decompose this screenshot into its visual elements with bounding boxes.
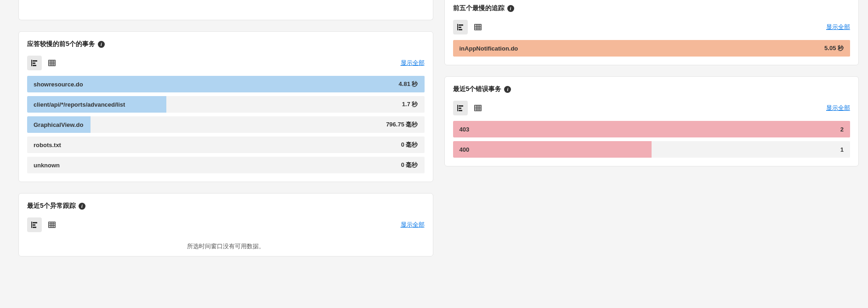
card-toolbar: 显示全部	[27, 56, 425, 70]
bar-label: showresource.do	[27, 81, 399, 88]
info-icon[interactable]: i	[504, 86, 511, 93]
bar-label: client/api/*/reports/advanced/list	[27, 101, 402, 108]
chart-type-toggle	[27, 56, 59, 70]
bar-label: robots.txt	[27, 142, 401, 148]
bar-value: 0 毫秒	[401, 141, 425, 149]
bar-chart-icon[interactable]	[27, 217, 42, 232]
show-all-link[interactable]: 显示全部	[401, 221, 425, 229]
card-toolbar: 显示全部	[453, 101, 851, 115]
svg-rect-9	[31, 222, 32, 228]
bar-value: 1.7 秒	[402, 100, 425, 108]
svg-rect-21	[459, 29, 462, 30]
table-icon[interactable]	[45, 56, 59, 70]
bar-row[interactable]: unknown 0 毫秒	[27, 157, 425, 173]
card-toolbar: 显示全部	[27, 217, 425, 232]
svg-rect-18	[457, 24, 458, 30]
bar-row[interactable]: showresource.do 4.81 秒	[27, 76, 425, 92]
svg-rect-1	[33, 60, 37, 62]
info-icon[interactable]: i	[98, 41, 105, 48]
svg-rect-0	[31, 60, 32, 66]
svg-rect-29	[459, 108, 461, 109]
card-header: 最近5个异常跟踪 i	[27, 202, 425, 210]
bar-row[interactable]: client/api/*/reports/advanced/list 1.7 秒	[27, 96, 425, 113]
bar-value: 0 毫秒	[401, 161, 425, 169]
bar-list: 403 2 400 1	[453, 121, 851, 158]
svg-rect-4	[49, 60, 55, 66]
recent-exception-traces-card: 最近5个异常跟踪 i 显示全部 所选时间窗口没有可用数据。	[18, 193, 433, 257]
svg-rect-13	[49, 222, 55, 228]
bar-list: inAppNotification.do 5.05 秒	[453, 40, 851, 57]
bar-list: showresource.do 4.81 秒 client/api/*/repo…	[27, 76, 425, 173]
bar-chart-icon[interactable]	[453, 20, 468, 34]
card-header: 应答较慢的前5个的事务 i	[27, 40, 425, 48]
bar-row[interactable]: robots.txt 0 毫秒	[27, 137, 425, 153]
card-title: 最近5个异常跟踪	[27, 202, 76, 210]
svg-rect-11	[33, 224, 35, 226]
svg-rect-10	[33, 222, 37, 223]
svg-rect-31	[475, 105, 481, 111]
bar-label: 400	[453, 146, 840, 153]
bar-value: 4.81 秒	[399, 80, 425, 88]
svg-rect-19	[459, 24, 463, 26]
svg-rect-2	[33, 63, 35, 64]
show-all-link[interactable]: 显示全部	[826, 23, 850, 31]
card-title: 前五个最慢的追踪	[453, 4, 505, 12]
recent-error-transactions-card: 最近5个错误事务 i 显示全部 403 2	[444, 76, 859, 166]
svg-rect-27	[457, 105, 458, 111]
bar-value: 2	[840, 126, 850, 133]
svg-rect-28	[459, 105, 463, 107]
previous-card-bottom	[18, 0, 433, 20]
svg-rect-12	[33, 227, 36, 228]
info-icon[interactable]: i	[79, 203, 85, 210]
svg-rect-20	[459, 27, 461, 28]
bar-chart-icon[interactable]	[453, 101, 468, 115]
bar-value: 1	[840, 146, 850, 153]
svg-rect-22	[475, 24, 481, 30]
slow-transactions-card: 应答较慢的前5个的事务 i 显示全部 showresource.do	[18, 31, 433, 182]
bar-value: 5.05 秒	[824, 44, 850, 52]
bar-value: 796.75 毫秒	[386, 120, 424, 129]
bar-label: GraphicalView.do	[27, 121, 386, 128]
bar-label: unknown	[27, 162, 401, 169]
bar-row[interactable]: GraphicalView.do 796.75 毫秒	[27, 116, 425, 133]
table-icon[interactable]	[471, 101, 485, 115]
card-title: 最近5个错误事务	[453, 85, 502, 93]
card-toolbar: 显示全部	[453, 20, 851, 34]
chart-type-toggle	[453, 101, 485, 115]
show-all-link[interactable]: 显示全部	[401, 59, 425, 67]
show-all-link[interactable]: 显示全部	[826, 104, 850, 112]
card-title: 应答较慢的前5个的事务	[27, 40, 95, 48]
svg-rect-30	[459, 110, 462, 111]
chart-type-toggle	[453, 20, 485, 34]
bar-chart-icon[interactable]	[27, 56, 42, 70]
info-icon[interactable]: i	[507, 5, 514, 12]
svg-rect-3	[33, 65, 36, 66]
bar-row[interactable]: 403 2	[453, 121, 851, 137]
bar-row[interactable]: 400 1	[453, 141, 851, 158]
bar-row[interactable]: inAppNotification.do 5.05 秒	[453, 40, 851, 57]
slowest-traces-card: 前五个最慢的追踪 i 显示全部 inAppNotification.do	[444, 0, 859, 65]
empty-message: 所选时间窗口没有可用数据。	[27, 238, 425, 252]
bar-label: inAppNotification.do	[453, 45, 825, 52]
chart-type-toggle	[27, 217, 59, 232]
table-icon[interactable]	[471, 20, 485, 34]
table-icon[interactable]	[45, 217, 59, 232]
card-header: 最近5个错误事务 i	[453, 85, 851, 93]
bar-label: 403	[453, 126, 840, 133]
card-header: 前五个最慢的追踪 i	[453, 4, 851, 12]
